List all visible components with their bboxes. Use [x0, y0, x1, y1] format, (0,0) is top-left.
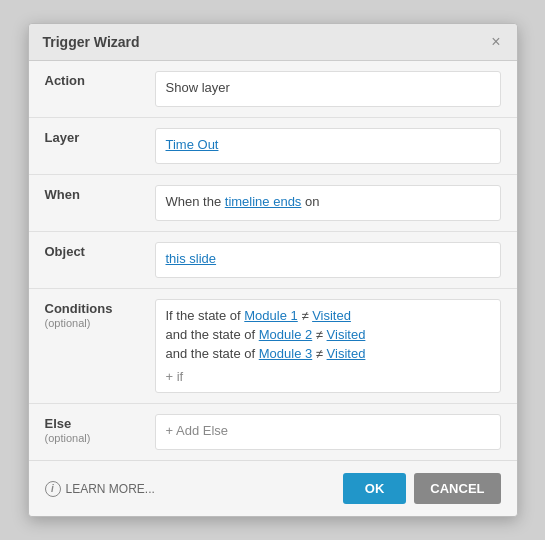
cond1-module[interactable]: Module 1 [244, 308, 297, 323]
layer-row: Layer Time Out [29, 118, 517, 175]
dialog-footer: i LEARN MORE... OK CANCEL [29, 460, 517, 516]
object-value-link[interactable]: this slide [166, 251, 217, 266]
when-label: When [45, 185, 155, 202]
dialog-body: Action Show layer Layer Time Out When Wh… [29, 61, 517, 460]
conditions-value-box: If the state of Module 1 ≠ Visited and t… [155, 299, 501, 393]
else-label: Else (optional) [45, 414, 155, 444]
info-icon: i [45, 481, 61, 497]
action-row: Action Show layer [29, 61, 517, 118]
cond3-module[interactable]: Module 3 [259, 346, 312, 361]
object-row: Object this slide [29, 232, 517, 289]
cond1-visited[interactable]: Visited [312, 308, 351, 323]
learn-more-label: LEARN MORE... [66, 482, 155, 496]
layer-value-link[interactable]: Time Out [166, 137, 219, 152]
condition-line-3: and the state of Module 3 ≠ Visited [166, 346, 490, 361]
cond2-neq: ≠ [312, 327, 326, 342]
layer-value-box: Time Out [155, 128, 501, 164]
add-else-button[interactable]: + Add Else [166, 423, 229, 438]
dialog-title: Trigger Wizard [43, 34, 140, 50]
conditions-sublabel: (optional) [45, 317, 155, 329]
conditions-label: Conditions (optional) [45, 299, 155, 329]
else-sublabel: (optional) [45, 432, 155, 444]
cond3-visited[interactable]: Visited [327, 346, 366, 361]
close-button[interactable]: × [489, 34, 502, 50]
cond2-visited[interactable]: Visited [327, 327, 366, 342]
when-timeline-link[interactable]: timeline ends [225, 194, 302, 209]
action-label: Action [45, 71, 155, 88]
cancel-button[interactable]: CANCEL [414, 473, 500, 504]
when-suffix: on [301, 194, 319, 209]
cond2-prefix: and the state of [166, 327, 259, 342]
cond3-neq: ≠ [312, 346, 326, 361]
object-value-box: this slide [155, 242, 501, 278]
add-if-button[interactable]: + if [166, 369, 490, 384]
cond1-neq: ≠ [298, 308, 312, 323]
action-value: Show layer [166, 80, 230, 95]
cond1-prefix: If the state of [166, 308, 245, 323]
when-value-box: When the timeline ends on [155, 185, 501, 221]
condition-line-1: If the state of Module 1 ≠ Visited [166, 308, 490, 323]
object-label: Object [45, 242, 155, 259]
action-value-box: Show layer [155, 71, 501, 107]
layer-label: Layer [45, 128, 155, 145]
ok-button[interactable]: OK [343, 473, 407, 504]
else-row: Else (optional) + Add Else [29, 404, 517, 460]
footer-buttons: OK CANCEL [343, 473, 501, 504]
conditions-row: Conditions (optional) If the state of Mo… [29, 289, 517, 404]
condition-line-2: and the state of Module 2 ≠ Visited [166, 327, 490, 342]
cond2-module[interactable]: Module 2 [259, 327, 312, 342]
trigger-wizard-dialog: Trigger Wizard × Action Show layer Layer… [28, 23, 518, 517]
learn-more-link[interactable]: i LEARN MORE... [45, 481, 155, 497]
else-value-box: + Add Else [155, 414, 501, 450]
cond3-prefix: and the state of [166, 346, 259, 361]
dialog-header: Trigger Wizard × [29, 24, 517, 61]
when-row: When When the timeline ends on [29, 175, 517, 232]
when-prefix: When the [166, 194, 225, 209]
